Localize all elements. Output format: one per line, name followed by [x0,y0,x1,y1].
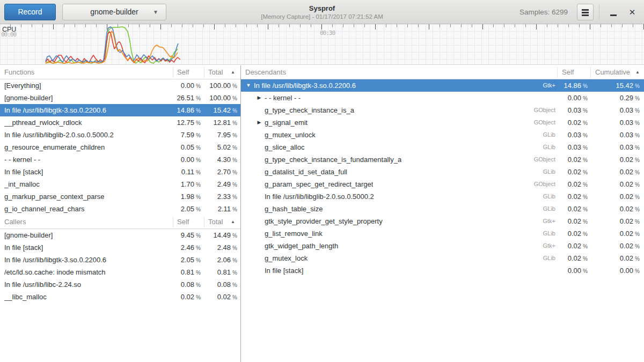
tree-row[interactable]: In file [stack]0.00%0.00% [241,264,644,277]
table-row[interactable]: /etc/ld.so.cache: inode mismatch0.81%0.8… [0,266,240,278]
cpu-graph[interactable]: CPU 00:00 00:30 [0,24,644,65]
column-divider[interactable] [173,217,173,227]
tree-row[interactable]: g_hash_table_sizeGLib0.02%0.02% [241,203,644,215]
minimize-button[interactable] [605,4,621,20]
descendant-name: gtk_widget_path_length [265,240,338,252]
percent-sign: % [196,270,201,276]
table-row[interactable]: In file [stack]2.46%2.48% [0,241,240,254]
tree-row[interactable]: g_type_check_instance_is_fundamentally_a… [241,153,644,166]
close-icon: ✕ [629,8,636,17]
tree-row[interactable]: g_list_remove_linkGLib0.02%0.02% [241,227,644,240]
column-divider[interactable] [557,67,558,78]
tree-row[interactable]: g_datalist_id_set_data_fullGLib0.02%0.02… [241,166,644,178]
category-badge: Gtk+ [450,79,555,92]
cum-value: 0.03% [590,141,640,154]
percent-sign: % [196,157,201,163]
functions-column-header[interactable]: Functions [4,65,34,79]
table-row[interactable]: In file /usr/lib/libglib-2.0.so.0.5000.2… [0,129,240,141]
callers-self-column-header[interactable]: Self [177,215,189,229]
tree-row[interactable]: gtk_style_provider_get_style_propertyGtk… [241,215,644,227]
record-button[interactable]: Record [4,4,56,20]
callers-total-column-header[interactable]: Total [208,215,223,229]
self-value: 0.00% [171,79,201,92]
table-row[interactable]: In file [stack]0.11%2.70% [0,166,240,178]
expander-closed-icon[interactable]: ▶ [256,116,262,129]
target-process-dropdown[interactable]: gnome-builder ▼ [62,4,166,20]
table-row[interactable]: In file /usr/lib/libgtk-3.so.0.2200.614.… [0,104,240,116]
percent-sign: % [232,233,237,239]
descendant-name: g_mutex_unlock [265,129,316,141]
descendants-column-header[interactable]: Descendants [245,65,286,79]
table-row[interactable]: - - kernel - -0.00%4.30% [0,153,240,166]
self-value: 14.86% [557,79,588,92]
functions-self-column-header[interactable]: Self [177,65,189,79]
functions-total-column-header[interactable]: Total [208,65,223,79]
percent-sign: % [635,120,640,126]
function-name: [gnome-builder] [4,92,53,104]
column-divider[interactable] [204,217,204,227]
column-divider[interactable] [173,67,173,78]
tree-row[interactable]: ▼In file /usr/lib/libgtk-3.so.0.2200.6Gt… [241,79,644,92]
percent-sign: % [196,132,201,138]
column-divider[interactable] [204,67,204,78]
tree-row[interactable]: g_param_spec_get_redirect_targetGObject0… [241,178,644,190]
table-row[interactable]: g_markup_parse_context_parse1.98%2.33% [0,190,240,203]
menu-button[interactable] [577,4,594,20]
percent-sign: % [583,145,588,151]
table-row[interactable]: In file /usr/lib/libgtk-3.so.0.2200.62.0… [0,254,240,266]
table-row[interactable]: __libc_malloc0.02%0.02% [0,291,240,303]
table-row[interactable]: [gnome-builder]26.51%100.00% [0,92,240,104]
percent-sign: % [232,120,237,126]
table-row[interactable]: [Everything]0.00%100.00% [0,79,240,92]
descendants-self-column-header[interactable]: Self [562,65,574,79]
percent-sign: % [635,95,640,101]
tree-row[interactable]: gtk_widget_path_lengthGtk+0.02%0.02% [241,240,644,252]
descendants-cumulative-column-header[interactable]: Cumulative [595,65,630,79]
cum-value: 15.42% [590,79,640,92]
callers-header: Callers Self Total ▲ [0,215,240,229]
function-name: In file [stack] [4,166,43,178]
expander-closed-icon[interactable]: ▶ [256,92,262,104]
table-row[interactable]: g_io_channel_read_chars2.05%2.11% [0,203,240,215]
expander-open-icon[interactable]: ▼ [245,79,252,92]
percent-sign: % [635,157,640,163]
percent-sign: % [583,83,588,89]
callers-column-header[interactable]: Callers [4,215,26,229]
percent-sign: % [196,294,201,300]
self-value: 2.05% [171,254,201,267]
self-value: 12.75% [171,116,201,129]
column-divider[interactable] [590,67,591,78]
total-value: 0.81% [203,266,237,279]
function-name: _int_malloc [4,178,40,190]
tree-row[interactable]: g_type_check_instance_is_aGObject0.03%0.… [241,104,644,116]
tree-row[interactable]: ▶g_signal_emitGObject0.02%0.03% [241,116,644,129]
minimize-icon [610,14,617,16]
table-row[interactable]: [gnome-builder]9.45%14.49% [0,229,240,241]
tree-row[interactable]: In file /usr/lib/libglib-2.0.so.0.5000.2… [241,190,644,203]
percent-sign: % [635,256,640,262]
close-button[interactable]: ✕ [624,4,640,20]
table-row[interactable]: __pthread_rwlock_rdlock12.75%12.81% [0,116,240,129]
cum-value: 0.02% [590,190,640,203]
percent-sign: % [232,257,237,263]
category-badge: GObject [450,104,555,116]
tree-row[interactable]: g_mutex_unlockGLib0.03%0.03% [241,129,644,141]
self-value: 0.02% [557,178,588,191]
total-value: 12.81% [203,116,237,129]
percent-sign: % [635,206,640,212]
percent-sign: % [196,282,201,288]
self-value: 2.46% [171,241,201,254]
cum-value: 0.00% [590,264,640,277]
total-value: 0.08% [203,278,237,291]
percent-sign: % [232,182,237,188]
table-row[interactable]: In file /usr/lib/libc-2.24.so0.08%0.08% [0,278,240,291]
tree-row[interactable]: g_slice_allocGLib0.03%0.03% [241,141,644,153]
table-row[interactable]: _int_malloc1.70%2.49% [0,178,240,190]
self-value: 0.03% [557,129,588,142]
table-row[interactable]: g_resource_enumerate_children0.05%5.02% [0,141,240,153]
category-badge: GLib [450,129,555,141]
tree-row[interactable]: g_mutex_lockGLib0.02%0.02% [241,252,644,264]
function-name: /etc/ld.so.cache: inode mismatch [4,266,106,278]
tree-row[interactable]: ▶- - kernel - -0.00%0.29% [241,92,644,104]
category-badge: GLib [450,203,555,215]
